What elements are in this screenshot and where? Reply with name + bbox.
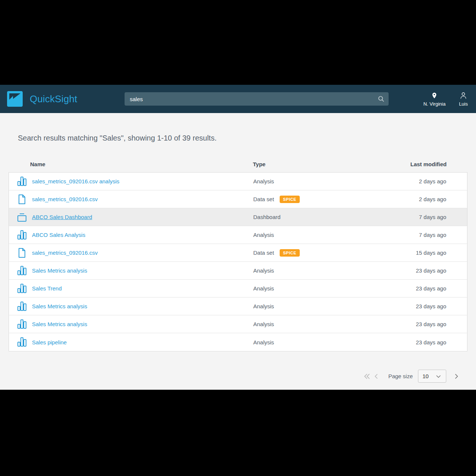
column-header-type[interactable]: Type <box>253 161 356 167</box>
table-row[interactable]: Sales Metrics analysis Analysis 23 days … <box>9 298 467 315</box>
item-name-link[interactable]: Sales Trend <box>32 285 62 292</box>
name-cell: sales_metrics_092016.csv <box>9 194 253 205</box>
page-size-dropdown[interactable]: 10 <box>418 370 446 383</box>
last-modified-cell: 2 days ago <box>356 196 467 202</box>
item-name-link[interactable]: Sales Metrics analysis <box>32 267 87 274</box>
bar-chart-icon <box>17 337 27 347</box>
name-cell: ABCO Sales Dashboard <box>9 212 253 222</box>
last-modified-cell: 23 days ago <box>356 285 467 292</box>
last-modified-cell: 2 days ago <box>356 178 467 184</box>
column-header-name[interactable]: Name <box>9 161 253 167</box>
type-cell: Analysis <box>253 178 356 184</box>
quicksight-logo-icon[interactable] <box>7 91 23 107</box>
document-icon <box>18 194 26 205</box>
table-row[interactable]: Sales Metrics analysis Analysis 23 days … <box>9 262 467 280</box>
row-type-icon <box>17 301 27 312</box>
row-type-icon <box>17 319 27 329</box>
row-type-icon <box>17 266 27 276</box>
item-name-link[interactable]: sales_metrics_092016.csv <box>32 250 98 256</box>
type-cell: Data set SPICE <box>253 249 356 257</box>
item-name-link[interactable]: Sales pipeline <box>32 339 67 345</box>
name-cell: ABCO Sales Analysis <box>9 230 253 240</box>
item-type-label: Analysis <box>253 321 274 327</box>
item-name-link[interactable]: Sales Metrics analysis <box>32 303 87 309</box>
item-type-label: Analysis <box>253 178 274 184</box>
type-cell: Analysis <box>253 232 356 238</box>
item-type-label: Dashboard <box>253 214 280 220</box>
table-row[interactable]: Sales Trend Analysis 23 days ago <box>9 280 467 298</box>
type-cell: Data set SPICE <box>253 196 356 203</box>
spice-badge: SPICE <box>280 196 300 203</box>
table-row[interactable]: sales_metrics_092016.csv Data set SPICE … <box>9 244 467 262</box>
app-window: QuickSight N. Virginia <box>0 85 476 390</box>
name-cell: sales_metrics_092016.csv analysis <box>9 176 253 187</box>
row-type-icon <box>17 176 27 187</box>
last-modified-cell: 23 days ago <box>356 321 467 327</box>
name-cell: Sales Metrics analysis <box>9 319 253 329</box>
bar-chart-icon <box>17 283 27 294</box>
bar-chart-icon <box>17 301 27 312</box>
name-cell: Sales Metrics analysis <box>9 301 253 312</box>
row-type-icon <box>17 337 27 347</box>
table-row[interactable]: ABCO Sales Dashboard Dashboard 7 days ag… <box>9 208 467 226</box>
row-type-icon <box>17 194 27 205</box>
dashboard-icon <box>17 212 27 222</box>
next-page-button[interactable] <box>451 372 461 381</box>
search-bar <box>125 92 389 106</box>
bar-chart-icon <box>17 266 27 276</box>
page-size-value: 10 <box>422 373 429 379</box>
bar-chart-icon <box>17 319 27 329</box>
item-type-label: Data set <box>253 196 274 202</box>
row-type-icon <box>17 230 27 240</box>
top-navbar: QuickSight N. Virginia <box>0 85 476 113</box>
table-row[interactable]: Sales pipeline Analysis 23 days ago <box>9 333 467 351</box>
type-cell: Analysis <box>253 321 356 327</box>
table-row[interactable]: Sales Metrics analysis Analysis 23 days … <box>9 315 467 333</box>
main-content: Search results matching "Sales", showing… <box>0 113 476 390</box>
name-cell: sales_metrics_092016.csv <box>9 248 253 258</box>
table-row[interactable]: sales_metrics_092016.csv analysis Analys… <box>9 173 467 190</box>
user-label: Luis <box>459 101 468 107</box>
previous-page-button[interactable] <box>372 372 382 381</box>
name-cell: Sales pipeline <box>9 337 253 347</box>
first-page-button[interactable] <box>362 372 372 381</box>
row-type-icon <box>17 212 27 222</box>
document-icon <box>18 248 26 258</box>
item-name-link[interactable]: ABCO Sales Dashboard <box>32 214 92 220</box>
name-cell: Sales Metrics analysis <box>9 266 253 276</box>
chevron-down-icon <box>435 373 442 380</box>
item-type-label: Analysis <box>253 339 274 345</box>
table-row[interactable]: ABCO Sales Analysis Analysis 7 days ago <box>9 226 467 244</box>
region-selector[interactable]: N. Virginia <box>423 91 446 107</box>
results-table: sales_metrics_092016.csv analysis Analys… <box>9 172 467 351</box>
table-row[interactable]: sales_metrics_092016.csv Data set SPICE … <box>9 190 467 208</box>
last-modified-cell: 23 days ago <box>356 303 467 309</box>
table-header-row: Name Type Last modified <box>9 161 467 172</box>
item-name-link[interactable]: sales_metrics_092016.csv <box>32 196 98 202</box>
last-modified-cell: 7 days ago <box>356 232 467 238</box>
region-label: N. Virginia <box>423 101 446 107</box>
item-type-label: Data set <box>253 250 274 256</box>
search-input[interactable] <box>125 92 389 106</box>
last-modified-cell: 23 days ago <box>356 267 467 274</box>
item-type-label: Analysis <box>253 232 274 238</box>
page-size-label: Page size <box>388 373 413 379</box>
item-type-label: Analysis <box>253 285 274 292</box>
user-menu[interactable]: Luis <box>459 91 468 107</box>
spice-badge: SPICE <box>280 249 300 257</box>
item-name-link[interactable]: sales_metrics_092016.csv analysis <box>32 178 119 184</box>
bar-chart-icon <box>17 230 27 240</box>
navbar-right-group: N. Virginia Luis <box>423 91 469 107</box>
location-pin-icon <box>431 91 438 100</box>
search-icon[interactable] <box>377 95 385 103</box>
type-cell: Analysis <box>253 267 356 274</box>
item-name-link[interactable]: ABCO Sales Analysis <box>32 232 85 238</box>
last-modified-cell: 7 days ago <box>356 214 467 220</box>
item-type-label: Analysis <box>253 267 274 274</box>
brand-title: QuickSight <box>30 93 77 105</box>
column-header-last-modified[interactable]: Last modified <box>356 161 467 167</box>
item-name-link[interactable]: Sales Metrics analysis <box>32 321 87 327</box>
type-cell: Analysis <box>253 303 356 309</box>
item-type-label: Analysis <box>253 303 274 309</box>
type-cell: Analysis <box>253 339 356 345</box>
